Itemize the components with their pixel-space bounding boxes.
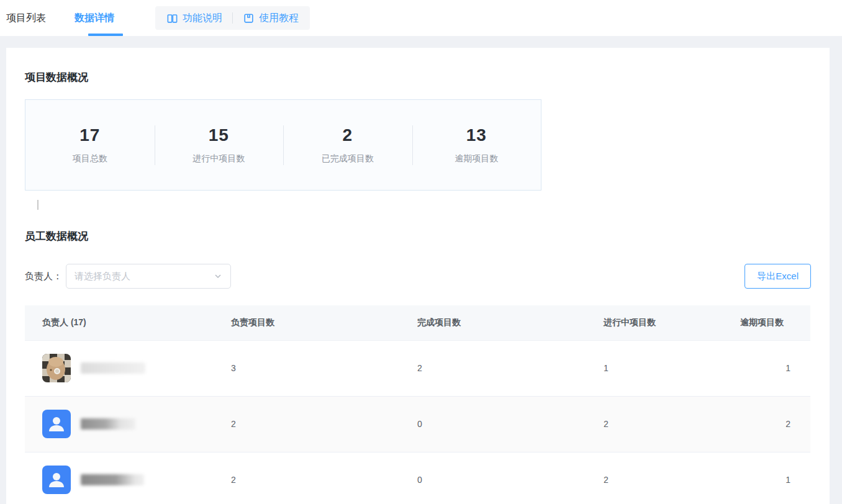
owner-filter-label: 负责人： — [25, 271, 62, 282]
stat-overdue-projects: 13 逾期项目数 — [412, 125, 541, 164]
help-group: 功能说明 使用教程 — [155, 6, 310, 30]
stat-label: 已完成项目数 — [283, 153, 412, 164]
feature-guide-label: 功能说明 — [183, 12, 222, 25]
col-overdue: 逾期项目数 — [722, 305, 810, 340]
col-in-progress: 进行中项目数 — [604, 305, 722, 340]
table-row[interactable]: 2 0 2 1 — [25, 452, 810, 504]
cell-overdue: 1 — [722, 452, 810, 504]
tab-data-detail[interactable]: 数据详情 — [75, 0, 114, 36]
redacted-name — [81, 474, 144, 485]
filter-row: 负责人： 请选择负责人 导出Excel — [25, 264, 811, 289]
cell-completed: 0 — [417, 452, 604, 504]
avatar-person-icon — [42, 466, 71, 494]
project-overview-title: 项目数据概况 — [25, 48, 811, 84]
tutorial-icon — [243, 12, 255, 24]
redacted-name — [81, 418, 135, 430]
cell-in-progress: 2 — [604, 452, 722, 504]
owner-cell — [25, 397, 231, 452]
stat-value: 2 — [283, 125, 412, 145]
owner-cell — [25, 452, 231, 504]
cell-owned: 3 — [231, 340, 417, 396]
stat-label: 进行中项目数 — [155, 153, 284, 164]
avatar-person-icon — [42, 410, 71, 438]
tutorial-link[interactable]: 使用教程 — [243, 12, 299, 25]
top-tab-bar: 项目列表 数据详情 功能说明 使用教程 — [0, 0, 842, 36]
cell-owned: 2 — [231, 396, 417, 452]
content-card: 项目数据概况 17 项目总数 15 进行中项目数 2 已完成项目数 13 逾期项… — [6, 48, 830, 504]
stat-label: 项目总数 — [25, 153, 155, 164]
stat-completed-projects: 2 已完成项目数 — [283, 125, 412, 164]
avatar-photo — [42, 354, 71, 382]
cell-overdue: 2 — [722, 396, 810, 452]
cell-overdue: 1 — [722, 340, 810, 396]
stat-in-progress-projects: 15 进行中项目数 — [155, 125, 284, 164]
project-stats-panel: 17 项目总数 15 进行中项目数 2 已完成项目数 13 逾期项目数 — [25, 99, 541, 191]
tutorial-label: 使用教程 — [259, 12, 299, 25]
table-header-row: 负责人 (17) 负责项目数 完成项目数 进行中项目数 逾期项目数 — [25, 305, 810, 340]
redacted-name — [81, 362, 145, 374]
employee-overview-title: 员工数据概况 — [25, 229, 811, 243]
table-row[interactable]: 3 2 1 1 — [25, 340, 810, 396]
owner-select[interactable]: 请选择负责人 — [66, 264, 231, 289]
stat-value: 13 — [412, 125, 541, 145]
stat-value: 17 — [25, 125, 155, 145]
chevron-down-icon — [214, 272, 222, 281]
owner-select-placeholder: 请选择负责人 — [75, 271, 130, 282]
cell-completed: 2 — [417, 340, 604, 396]
col-completed: 完成项目数 — [417, 305, 604, 340]
owner-cell — [25, 341, 231, 396]
cell-completed: 0 — [417, 396, 604, 452]
stat-total-projects: 17 项目总数 — [25, 125, 155, 164]
col-owned: 负责项目数 — [231, 305, 417, 340]
stray-caret-mark — [37, 200, 38, 210]
cell-in-progress: 2 — [604, 396, 722, 452]
table-row[interactable]: 2 0 2 2 — [25, 396, 810, 452]
stat-value: 15 — [155, 125, 284, 145]
feature-guide-link[interactable]: 功能说明 — [166, 12, 222, 25]
open-book-icon — [166, 12, 178, 24]
col-owner: 负责人 (17) — [25, 305, 231, 340]
export-excel-button[interactable]: 导出Excel — [745, 264, 811, 289]
employee-table: 负责人 (17) 负责项目数 完成项目数 进行中项目数 逾期项目数 — [25, 305, 810, 504]
tab-project-list[interactable]: 项目列表 — [6, 0, 46, 36]
cell-in-progress: 1 — [604, 340, 722, 396]
cell-owned: 2 — [231, 452, 417, 504]
help-divider — [232, 12, 233, 24]
stat-label: 逾期项目数 — [412, 153, 541, 164]
